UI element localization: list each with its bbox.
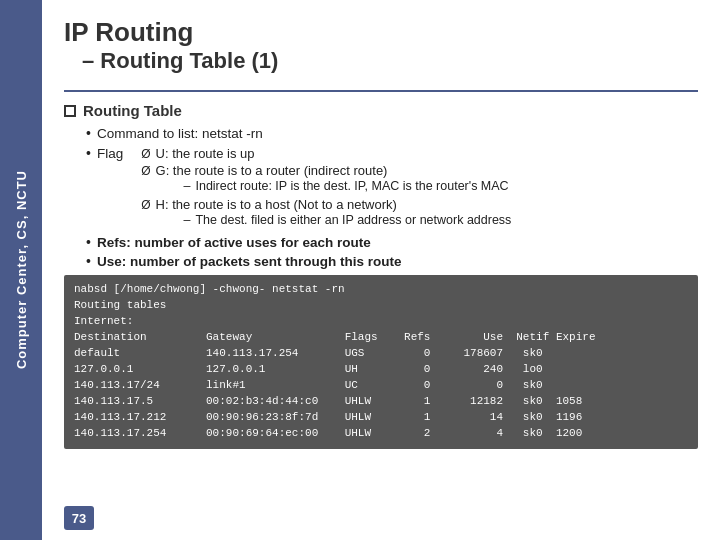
dash-item: Indirect route: IP is the dest. IP, MAC … xyxy=(184,179,509,193)
sub-list-item: Ø G: the route is to a router (indirect … xyxy=(141,163,511,195)
arrow-icon: Ø xyxy=(141,198,150,212)
bullet-text: Use: number of packets sent through this… xyxy=(97,254,402,269)
dash-text: Indirect route: IP is the dest. IP, MAC … xyxy=(195,179,508,193)
dash-text: The dest. filed is either an IP address … xyxy=(195,213,511,227)
list-item: Use: number of packets sent through this… xyxy=(86,253,698,269)
dash-list: Indirect route: IP is the dest. IP, MAC … xyxy=(184,179,509,193)
terminal-line: nabsd [/home/chwong] -chwong- netstat -r… xyxy=(74,282,688,298)
bullet-text: Flag xyxy=(97,146,123,161)
content-area: Routing Table Command to list: netstat -… xyxy=(64,102,698,530)
terminal-line: 140.113.17.5 00:02:b3:4d:44:c0 UHLW 1 12… xyxy=(74,394,688,410)
sub-list-item: Ø H: the route is to a host (Not to a ne… xyxy=(141,197,511,229)
list-item: Refs: number of active uses for each rou… xyxy=(86,234,698,250)
title-block: IP Routing – Routing Table (1) xyxy=(64,18,698,74)
section-header: Routing Table xyxy=(64,102,698,119)
bullet-text: Refs: number of active uses for each rou… xyxy=(97,235,371,250)
main-content: IP Routing – Routing Table (1) Routing T… xyxy=(42,0,720,540)
title-divider xyxy=(64,90,698,92)
sub-list: Ø U: the route is up Ø G: the route is t… xyxy=(141,146,511,231)
section-title: Routing Table xyxy=(83,102,182,119)
dash-item: The dest. filed is either an IP address … xyxy=(184,213,512,227)
sub-item-text: H: the route is to a host (Not to a netw… xyxy=(156,197,397,212)
title-sub: – Routing Table (1) xyxy=(64,48,698,74)
section-bullet-icon xyxy=(64,105,76,117)
terminal-line: default 140.113.17.254 UGS 0 178607 sk0 xyxy=(74,346,688,362)
sidebar-label: Computer Center, CS, NCTU xyxy=(14,170,29,369)
terminal-line: Internet: xyxy=(74,314,688,330)
arrow-icon: Ø xyxy=(141,164,150,178)
bullet-text: Command to list: netstat -rn xyxy=(97,126,263,141)
sub-item-text: U: the route is up xyxy=(156,146,255,161)
sub-item-text: G: the route is to a router (indirect ro… xyxy=(156,163,388,178)
terminal-line: 127.0.0.1 127.0.0.1 UH 0 240 lo0 xyxy=(74,362,688,378)
sidebar: Computer Center, CS, NCTU xyxy=(0,0,42,540)
terminal-line: Routing tables xyxy=(74,298,688,314)
terminal-block: nabsd [/home/chwong] -chwong- netstat -r… xyxy=(64,275,698,448)
list-item: Flag Ø U: the route is up Ø G: the route… xyxy=(86,144,698,231)
bullet-list: Command to list: netstat -rn Flag Ø U: t… xyxy=(86,125,698,269)
terminal-line: 140.113.17.254 00:90:69:64:ec:00 UHLW 2 … xyxy=(74,426,688,442)
terminal-line: 140.113.17.212 00:90:96:23:8f:7d UHLW 1 … xyxy=(74,410,688,426)
sub-list-item: Ø U: the route is up xyxy=(141,146,511,161)
list-item: Command to list: netstat -rn xyxy=(86,125,698,141)
terminal-line: Destination Gateway Flags Refs Use Netif… xyxy=(74,330,688,346)
arrow-icon: Ø xyxy=(141,147,150,161)
page-number-badge: 73 xyxy=(64,506,94,530)
terminal-line: 140.113.17/24 link#1 UC 0 0 sk0 xyxy=(74,378,688,394)
title-main: IP Routing xyxy=(64,18,698,48)
dash-list: The dest. filed is either an IP address … xyxy=(184,213,512,227)
